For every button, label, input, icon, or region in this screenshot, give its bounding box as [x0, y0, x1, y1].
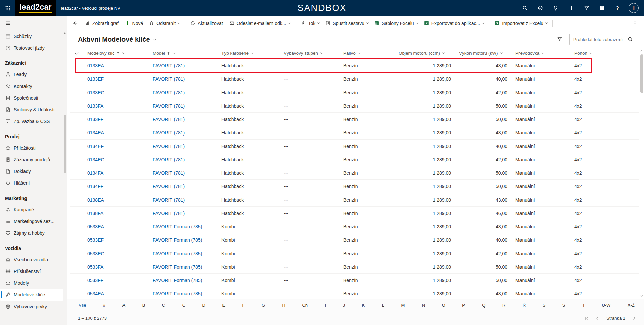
view-selector[interactable]: Aktivní Modelové klíče — [78, 36, 157, 43]
column-header-engine-power[interactable]: Výkon motoru (kW) — [455, 51, 511, 56]
sidebar-item-testovaci-jizdy[interactable]: Testovací jízdy — [0, 42, 63, 54]
sidebar-scrollbar[interactable] — [63, 31, 66, 325]
jump-letter-S[interactable]: S — [542, 302, 546, 309]
excel-templates-dropdown[interactable] — [415, 18, 421, 29]
cell-model-key[interactable]: 0534EA — [83, 291, 149, 296]
cell-model[interactable]: FAVORIT Forman (785) — [149, 278, 217, 283]
import-excel-dropdown[interactable] — [545, 18, 550, 29]
table-row[interactable]: 0134FAFAVORIT (781)Hatchback---Benzín1 2… — [70, 166, 639, 180]
cell-model-key[interactable]: 0134FF — [83, 184, 149, 189]
excel-templates-button[interactable]: Šablony Excelu — [371, 18, 417, 29]
cell-model-key[interactable]: 0533FF — [83, 278, 149, 283]
table-row[interactable]: 0138FAFAVORIT (781)Hatchback---Benzín1 2… — [70, 207, 639, 220]
grid-scrollbar[interactable] — [639, 48, 644, 299]
show-chart-button[interactable]: Zobrazit graf — [82, 18, 122, 29]
cell-model[interactable]: FAVORIT (781) — [149, 211, 217, 216]
flow-dropdown[interactable] — [317, 18, 322, 29]
sitemap-toggle-button[interactable] — [0, 16, 67, 30]
cell-model-key[interactable]: 0133FA — [83, 103, 149, 109]
jump-letter-Q[interactable]: Q — [481, 302, 486, 309]
back-button[interactable] — [69, 18, 81, 29]
jump-letter-Ch[interactable]: Ch — [301, 302, 308, 309]
jump-letter-Ř[interactable]: Ř — [522, 302, 526, 309]
delete-dropdown[interactable] — [177, 18, 182, 29]
sidebar-item-prislusenstvi[interactable]: Příslušenství — [0, 265, 63, 277]
table-row[interactable]: 0134EFFAVORIT (781)Hatchback---Benzín1 2… — [70, 140, 639, 153]
sidebar-item-zajmy-a-hobby[interactable]: Zájmy a hobby — [0, 227, 63, 239]
cell-model-key[interactable]: 0134EG — [83, 157, 149, 162]
scroll-down-icon[interactable] — [640, 293, 643, 299]
settings-button[interactable] — [594, 0, 610, 16]
sidebar-item-zpetna-vazba-css[interactable]: Zp. vazba & CSS — [0, 115, 63, 127]
cell-model-key[interactable]: 0133EA — [83, 63, 149, 68]
sidebar-item-modelove-klice[interactable]: Modelové klíče — [0, 289, 63, 301]
grid-scrollbar-thumb[interactable] — [640, 54, 643, 93]
select-all-checkbox[interactable] — [70, 51, 83, 56]
cell-model[interactable]: FAVORIT (781) — [149, 130, 217, 136]
cell-model[interactable]: FAVORIT Forman (785) — [149, 237, 217, 243]
sidebar-item-prilezitosti[interactable]: Příležitosti — [0, 142, 63, 154]
user-avatar[interactable]: jj — [629, 3, 639, 13]
table-row[interactable]: 0133FAFAVORIT (781)Hatchback---Benzín1 2… — [70, 99, 639, 113]
cell-model[interactable]: FAVORIT (781) — [149, 63, 217, 68]
export-excel-dropdown[interactable] — [481, 18, 487, 29]
table-row[interactable]: 0534EAFAVORIT Forman (785)Kombi---Benzín… — [70, 287, 639, 299]
flow-button[interactable]: Tok — [298, 18, 318, 29]
jump-letter-X-Ž[interactable]: X-Ž — [627, 302, 635, 309]
app-logo[interactable]: lead2car — [15, 0, 56, 16]
cell-model-key[interactable]: 0533EA — [83, 224, 149, 229]
table-row[interactable]: 0533FAFAVORIT Forman (785)Kombi---Benzín… — [70, 260, 639, 274]
jump-letter-B[interactable]: B — [142, 302, 146, 309]
cell-model-key[interactable]: 0533EG — [83, 251, 149, 256]
cell-model[interactable]: FAVORIT Forman (785) — [149, 264, 217, 270]
jump-letter-P[interactable]: P — [461, 302, 466, 309]
jump-letter-L[interactable]: L — [381, 302, 385, 309]
table-row[interactable]: 0134EAFAVORIT (781)Hatchback---Benzín1 2… — [70, 126, 639, 140]
next-page-button[interactable] — [629, 313, 639, 323]
check-circle-button[interactable] — [533, 0, 548, 16]
first-page-button[interactable] — [582, 313, 592, 323]
column-header-model[interactable]: Model — [149, 51, 217, 56]
cell-model[interactable]: FAVORIT (781) — [149, 197, 217, 203]
jump-letter-G[interactable]: G — [261, 302, 266, 309]
jump-letter-K[interactable]: K — [361, 302, 366, 309]
table-row[interactable]: 0134EGFAVORIT (781)Hatchback---Benzín1 2… — [70, 153, 639, 166]
table-row[interactable]: 0133EGFAVORIT (781)Hatchback---Benzín1 2… — [70, 86, 639, 99]
cell-model[interactable]: FAVORIT (781) — [149, 184, 217, 189]
sidebar-item-modely[interactable]: Modely — [0, 277, 63, 289]
table-row[interactable]: 0533EGFAVORIT Forman (785)Kombi---Benzín… — [70, 247, 639, 260]
delete-button[interactable]: Odstranit — [146, 18, 179, 29]
cell-model-key[interactable]: 0133EG — [83, 90, 149, 95]
refresh-button[interactable]: Aktualizovat — [187, 18, 226, 29]
column-header-body-type[interactable]: Typ karoserie — [217, 51, 280, 56]
cell-model-key[interactable]: 0134EF — [83, 144, 149, 149]
cell-model-key[interactable]: 0133FF — [83, 117, 149, 122]
email-link-button[interactable]: Odeslat e-mailem odk... — [226, 18, 289, 29]
jump-letter-O[interactable]: O — [441, 302, 446, 309]
new-button[interactable]: Nová — [122, 18, 146, 29]
cell-model[interactable]: FAVORIT (781) — [149, 157, 217, 162]
column-header-engine-volume[interactable]: Objem motoru (ccm) — [395, 51, 455, 56]
table-row[interactable]: 0133EFFAVORIT (781)Hatchback---Benzín1 2… — [70, 72, 639, 86]
cell-model[interactable]: FAVORIT (781) — [149, 144, 217, 149]
jump-letter-T[interactable]: T — [582, 302, 586, 309]
sidebar-item-spolecnosti[interactable]: Společnosti — [0, 92, 63, 104]
cell-model[interactable]: FAVORIT Forman (785) — [149, 251, 217, 256]
search-button[interactable] — [626, 34, 634, 45]
export-excel-button[interactable]: Exportovat do aplikac... — [421, 18, 483, 29]
sidebar-item-schuzky[interactable]: Schůzky — [0, 30, 63, 42]
cell-model[interactable]: FAVORIT (781) — [149, 76, 217, 82]
app-launcher-button[interactable] — [0, 0, 15, 16]
table-row[interactable]: 0133EAFAVORIT (781)Hatchback---Benzín1 2… — [70, 59, 639, 72]
sidebar-item-marketingove-seznamy[interactable]: Marketingové sez... — [0, 215, 63, 227]
jump-letter-E[interactable]: E — [221, 302, 226, 309]
ideas-button[interactable] — [548, 0, 563, 16]
cell-model[interactable]: FAVORIT (781) — [149, 170, 217, 176]
jump-letter-A[interactable]: A — [122, 302, 126, 309]
sidebar-item-vsechna-vozidla[interactable]: Všechna vozidla — [0, 254, 63, 265]
column-header-transmission[interactable]: Převodovka — [511, 51, 570, 56]
cell-model[interactable]: FAVORIT (781) — [149, 90, 217, 95]
jump-letter-H[interactable]: H — [282, 302, 286, 309]
table-row[interactable]: 0533EAFAVORIT Forman (785)Kombi---Benzín… — [70, 220, 639, 233]
jump-letter-F[interactable]: F — [242, 302, 246, 309]
